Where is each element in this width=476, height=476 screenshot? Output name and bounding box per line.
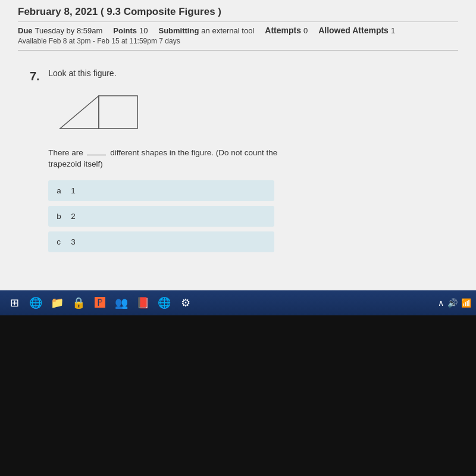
allowed-attempts-item: Allowed Attempts 1 [318,26,395,35]
figure-container [48,84,277,140]
question-container: 7. Look at this figure. There are differ… [18,62,458,258]
security-button[interactable]: 🔒 [69,293,88,312]
question-text: There are different shapes in the figure… [48,148,277,157]
powerpoint-icon: 🅿 [95,297,105,309]
question-text-after: different shapes in the figure. (Do not … [110,148,277,157]
points-item: Points 10 [113,26,148,35]
choice-a-letter: a [57,186,65,195]
available-value: Feb 8 at 3pm - Feb 15 at 11:59pm [49,37,157,45]
browser2-button[interactable]: 🌐 [155,293,174,312]
globe-icon: 🌐 [158,296,171,309]
due-label: Due [18,26,33,35]
choice-a-value: 1 [71,186,76,195]
allowed-attempts-value: 1 [391,26,395,35]
folder-icon: 📁 [51,296,64,309]
taskbar-network[interactable]: 📶 [461,298,471,308]
taskbar-right: ∧ 🔊 📶 [438,298,471,308]
question-prompt: Look at this figure. [48,68,277,78]
available-days: 7 days [159,37,180,45]
gear-icon: ⚙ [181,296,190,309]
points-label: Points [113,26,137,35]
submitting-item: Submitting an external tool [158,26,254,35]
allowed-attempts-label: Allowed Attempts [318,26,389,35]
page-title: February 8, 2021 ( 9.3 Composite Figures… [18,0,458,22]
edge-button[interactable]: 🌐 [26,293,45,312]
lock-icon: 🔒 [72,296,85,309]
pdf-icon: 📕 [136,296,149,309]
teams-button[interactable]: 👥 [112,293,131,312]
available-label: Available [18,37,46,45]
due-item: Due Tuesday by 8:59am [18,26,102,35]
pdf-button[interactable]: 📕 [133,293,152,312]
explorer-button[interactable]: 📁 [48,293,67,312]
choice-b[interactable]: b 2 [48,206,274,227]
choice-b-letter: b [57,212,65,221]
windows-icon: ⊞ [10,296,19,309]
submitting-value: an external tool [201,26,254,35]
svg-rect-1 [99,96,137,129]
screen: February 8, 2021 ( 9.3 Composite Figures… [0,0,476,309]
attempts-value: 0 [303,26,308,35]
attempts-item: Attempts 0 [265,26,308,35]
attempts-label: Attempts [265,26,301,35]
question-number: 7. [30,70,40,83]
choice-c-value: 3 [71,237,76,246]
answer-choices: a 1 b 2 c 3 [48,180,277,252]
dark-background [0,315,476,476]
available-row: Available Feb 8 at 3pm - Feb 15 at 11:59… [18,36,458,51]
answer-blank [87,155,106,155]
start-button[interactable]: ⊞ [5,293,24,312]
teams-icon: 👥 [115,296,128,309]
taskbar-arrow-up[interactable]: ∧ [438,298,444,308]
question-text-before: There are [48,148,83,157]
taskbar: ⊞ 🌐 📁 🔒 🅿 👥 📕 🌐 ⚙ ∧ 🔊 📶 [0,290,476,315]
choice-b-value: 2 [71,212,76,221]
composite-figure [48,84,149,137]
powerpoint-button[interactable]: 🅿 [90,293,109,312]
taskbar-volume[interactable]: 🔊 [447,298,458,308]
question-body: Look at this figure. There are different… [48,68,277,252]
choice-c-letter: c [57,237,65,246]
metadata-row: Due Tuesday by 8:59am Points 10 Submitti… [18,22,458,36]
content-area: February 8, 2021 ( 9.3 Composite Figures… [0,0,476,309]
question-text-line2: trapezoid itself) [48,159,277,168]
choice-c[interactable]: c 3 [48,231,274,252]
svg-marker-0 [60,96,99,129]
edge-icon: 🌐 [29,296,42,309]
due-value: Tuesday by 8:59am [35,26,103,35]
submitting-label: Submitting [158,26,199,35]
choice-a[interactable]: a 1 [48,180,274,201]
settings-button[interactable]: ⚙ [176,293,195,312]
points-value: 10 [139,26,148,35]
